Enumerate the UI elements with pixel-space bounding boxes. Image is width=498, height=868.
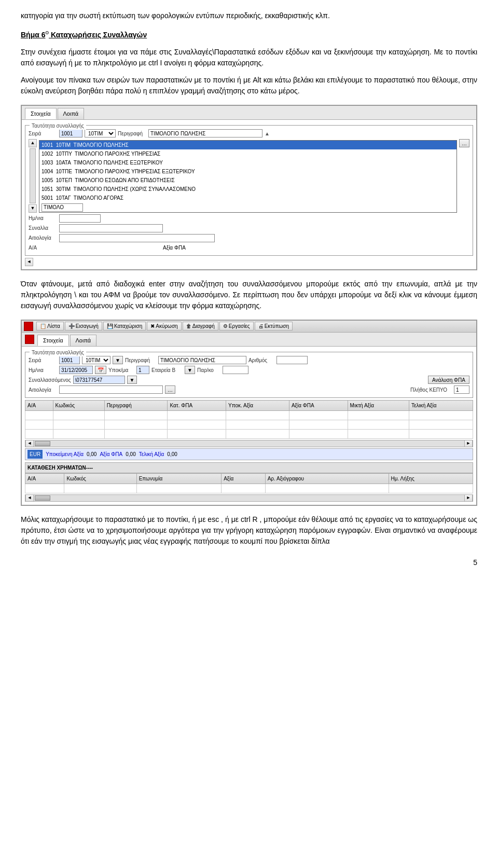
toolbar-btn-lista[interactable]: 📋 Λίστα: [36, 322, 64, 330]
dep-scroll-thumb[interactable]: [35, 495, 50, 501]
hmnia-row-2: Ημ/νια 📅 Υποκ/μα Εταιρεία Β ▼ Παρ/κο: [29, 366, 469, 374]
aitiologia-label-1: Αιτιολογία: [29, 234, 57, 242]
col-perigraphi: Περιγραφή: [104, 401, 168, 411]
step6-title: Βήμα 6: [21, 31, 46, 39]
perigraph-input-2[interactable]: [158, 356, 246, 364]
scroll-left[interactable]: ◄: [25, 440, 34, 447]
deposits-section: ΚΑΤΑΘΕΣΗ ΧΡΗΜΑΤΩΝ---- Α/Α Κωδικός Επωνυμ…: [25, 462, 473, 502]
scroll-down[interactable]: ▼: [29, 204, 37, 213]
diagrafi-icon: 🗑: [186, 323, 191, 329]
btn-ellipsis-1[interactable]: …: [459, 139, 469, 147]
axia-fpa-label-curr: Αξία ΦΠΑ: [100, 450, 122, 458]
paragraph3: Όταν φτάνουμε, μετά από διαδοχικά enter …: [21, 279, 477, 311]
synalla-input-2[interactable]: [73, 376, 125, 384]
perigraph-label-1: Περιγραφή: [118, 130, 146, 137]
dropdown-search[interactable]: [42, 203, 83, 212]
dep-row-empty: [25, 484, 473, 493]
deposits-scrollbar[interactable]: ◄ ►: [25, 494, 473, 502]
deposits-header: ΚΑΤΑΘΕΣΗ ΧΡΗΜΑΤΩΝ----: [25, 462, 473, 473]
dropdown-item-4[interactable]: 1005 10ΤΕΠ ΤΙΜΟΛΟΓΙΟ ΕΣΟΔΩΝ ΑΠΟ ΕΠΙΔΟΤΗΣ…: [39, 176, 457, 185]
form-icon: [25, 335, 34, 344]
dep-col-axia: Αξία: [222, 474, 266, 484]
dep-scroll-left[interactable]: ◄: [25, 494, 34, 502]
seira-btn-2[interactable]: ▼: [113, 356, 123, 364]
window2-tabs: Στοιχεία Λοιπά: [22, 333, 476, 347]
toolbar-btn-eisagogi[interactable]: ➕ Εισαγωγή: [65, 322, 102, 330]
dropdown-item-3[interactable]: 1004 10ΤΠΕ ΤΙΜΟΛΟΓΙΟ ΠΑΡΟΧΗΣ ΥΠΗΡΕΣΙΑΣ Ε…: [39, 167, 457, 176]
left-arrow-1[interactable]: ◄: [25, 258, 33, 266]
dropdown-item-5[interactable]: 1051 30ΤΙΜ ΤΙΜΟΛΟΓΙΟ ΠΩΛΗΣΗΣ (ΧΩΡΙΣ ΣΥΝΑ…: [39, 185, 457, 194]
window2-form: Ταυτότητα συναλλαγής Σειρά 10ΤΙΜ ▼ Περιγ…: [22, 347, 476, 505]
etairia-btn[interactable]: ▼: [185, 366, 195, 374]
scroll-up[interactable]: ▲: [29, 139, 37, 147]
seira-code-2[interactable]: 10ΤΙΜ: [82, 356, 110, 364]
col-axia-fpa: Αξία ΦΠΑ: [289, 401, 348, 411]
calendar-btn[interactable]: 📅: [95, 366, 106, 374]
arithmos-input[interactable]: [276, 356, 308, 364]
teliki-value-curr: 0,00: [167, 450, 177, 458]
group-title-1: Ταυτότητα συναλλαγής: [30, 122, 86, 130]
axia-fpa-value-curr: 0,00: [126, 450, 135, 458]
scroll-thumb[interactable]: [35, 441, 50, 446]
group-title-2: Ταυτότητα συναλλαγής: [30, 349, 86, 356]
tab-stoicheia-2[interactable]: Στοιχεία: [37, 335, 69, 347]
seira-input-1[interactable]: [59, 129, 82, 137]
axia-fpa-1: Αξία ΦΠΑ: [163, 244, 186, 252]
toolbar-btn-akyrose[interactable]: ✖ Ακύρωση: [147, 322, 181, 330]
tab-loipa-2[interactable]: Λοιπά: [70, 335, 97, 347]
synalla-label-1: Συναλλα: [29, 224, 57, 232]
window1-tabs: Στοιχεία Λοιπά: [22, 106, 476, 120]
aitiologia-input-1[interactable]: [59, 234, 215, 242]
yposklma-input[interactable]: [136, 366, 149, 374]
perigraph-label-2: Περιγραφή: [125, 356, 156, 364]
aitiologia-btn[interactable]: …: [165, 385, 175, 394]
dep-col-hmnia: Ημ. Λήξης: [389, 474, 473, 484]
ektyposi-icon: 🖨: [258, 323, 264, 329]
synalla-btn[interactable]: ▼: [127, 376, 137, 384]
hmnia-input-2[interactable]: [59, 366, 93, 374]
parlko-label: Παρ/κο: [197, 366, 220, 374]
table-row-empty2: [25, 420, 473, 430]
col-kodikos: Κωδικός: [53, 401, 104, 411]
dep-scroll-right[interactable]: ►: [464, 494, 473, 502]
aa-label-1: Α/Α: [29, 244, 57, 252]
eisagogi-icon: ➕: [68, 323, 75, 329]
dep-col-axiografo: Αρ. Αξιόγραφου: [265, 474, 389, 484]
dep-col-aa: Α/Α: [25, 474, 64, 484]
dropdown-item-1[interactable]: 1002 10ΤΠΥ ΤΙΜΟΛΟΓΙΟ ΠΑΡΟΧΗΣ ΥΠΗΡΕΣΙΑΣ: [39, 149, 457, 158]
page-number: 5: [21, 557, 477, 568]
tab-stoicheia-1[interactable]: Στοιχεία: [25, 108, 57, 120]
hmnia-label-2: Ημ/νια: [29, 366, 57, 374]
bottom-scroll-1: ◄: [25, 258, 473, 266]
toolbar-btn-kataxorisi[interactable]: 💾 Καταχώριση: [103, 322, 146, 330]
plithos-input[interactable]: [454, 385, 469, 394]
toolbar-btn-diagrafi[interactable]: 🗑 Διαγραφή: [183, 322, 218, 330]
seira-input-2[interactable]: [59, 356, 80, 364]
hmnia-row-1: Ημ/νια: [29, 214, 469, 223]
dropdown-item-2[interactable]: 1003 10ΑΤΑ ΤΙΜΟΛΟΓΙΟ ΠΩΛΗΣΗΣ ΕΞΩΤΕΡΙΚΟΥ: [39, 158, 457, 167]
synalla-input-1[interactable]: [59, 224, 163, 232]
window-icon: [24, 322, 33, 331]
dropdown-scrollbar: ▲ ▼: [29, 139, 37, 213]
dropdown-item-6[interactable]: 5001 10ΤΑΓ ΤΙΜΟΛΟΓΙΟ ΑΓΟΡΑΣ: [39, 194, 457, 202]
toolbar-btn-ektyposi[interactable]: 🖨 Εκτύπωση: [255, 322, 293, 330]
scroll-right[interactable]: ►: [464, 440, 473, 447]
step6-body: Στην συνέχεια ήμαστε έτοιμοι για να πάμε…: [21, 47, 477, 68]
dropdown-item-0[interactable]: 1001 10ΤΙΜ ΤΙΜΟΛΟΓΙΟ ΠΩΛΗΣΗΣ: [39, 141, 457, 149]
analisi-fpa-btn[interactable]: Ανάλυση ΦΠΑ: [428, 376, 469, 384]
search-row: [39, 202, 457, 212]
hmnia-input-1[interactable]: [59, 214, 101, 223]
parlko-input[interactable]: [223, 366, 248, 374]
col-aa: Α/Α: [25, 401, 53, 411]
seira-row-1: Σειρά 10ΤΙΜ Περιγραφή ▲: [29, 129, 469, 137]
tab-loipa-1[interactable]: Λοιπά: [58, 108, 85, 120]
step6-heading: Βήμα 6ο Καταχωρήσεις Συναλλαγών: [21, 27, 477, 40]
perigraph-input-1[interactable]: [148, 129, 262, 137]
aitiologia-row-2: Αιτιολογία … Πλήθος ΚΕΠΥΟ: [29, 385, 469, 394]
seira-code-select-1[interactable]: 10ΤΙΜ: [85, 129, 116, 137]
toolbar-btn-ergasies[interactable]: ⚙ Εργασίες: [219, 322, 254, 330]
table-row-empty: [25, 411, 473, 420]
aitiologia-input-2[interactable]: [59, 385, 163, 394]
window2: 📋 Λίστα ➕ Εισαγωγή 💾 Καταχώριση ✖ Ακύρωσ…: [21, 320, 477, 506]
table-scrollbar[interactable]: ◄ ►: [25, 440, 473, 447]
